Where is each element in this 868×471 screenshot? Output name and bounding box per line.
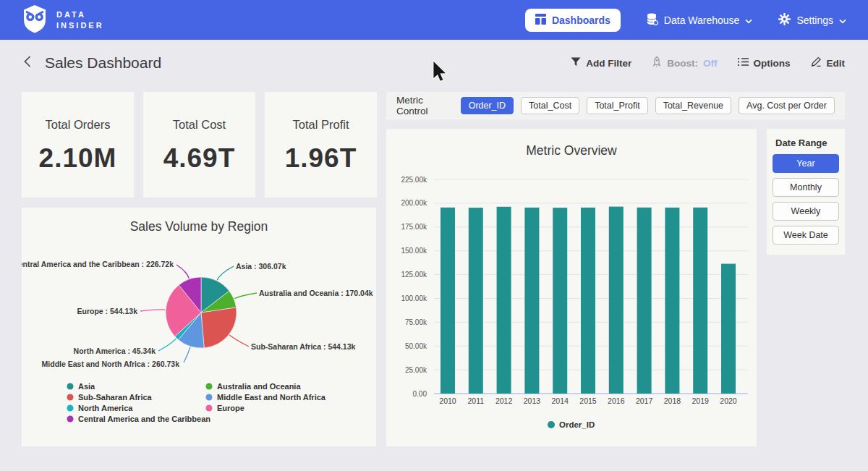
legend-swatch bbox=[67, 405, 74, 412]
legend-label: North America bbox=[78, 404, 133, 412]
bar[interactable] bbox=[693, 208, 707, 394]
metric-overview-panel: Metric Overview0.0025.00k50.00k75.00k100… bbox=[386, 129, 757, 446]
metric-button-total-revenue[interactable]: Total_Revenue bbox=[655, 97, 731, 114]
legend-swatch bbox=[206, 405, 213, 412]
brand: DATA INSIDER bbox=[22, 4, 104, 36]
kpi-card-total-profit: Total Profit 1.96T bbox=[265, 92, 377, 198]
metric-control-bar: Metric Control Order_ID Total_Cost Total… bbox=[386, 92, 845, 119]
boost-value: Off bbox=[703, 58, 718, 69]
legend-label: Central America and the Caribbean bbox=[78, 415, 210, 423]
bar[interactable] bbox=[609, 207, 624, 394]
y-tick-label: 200.00k bbox=[401, 199, 427, 207]
metric-button-total-profit[interactable]: Total_Profit bbox=[587, 97, 648, 114]
pie-chart-title: Sales Volume by Region bbox=[130, 219, 268, 234]
date-range-week-date-button[interactable]: Week Date bbox=[773, 226, 839, 245]
y-tick-label: 225.00k bbox=[401, 176, 427, 184]
x-tick-label: 2018 bbox=[664, 396, 681, 405]
legend-swatch bbox=[67, 394, 74, 401]
bar[interactable] bbox=[581, 208, 595, 394]
date-range-year-button[interactable]: Year bbox=[773, 154, 839, 173]
x-tick-label: 2015 bbox=[579, 396, 597, 405]
nav-dashboards-label: Dashboards bbox=[552, 14, 610, 26]
nav-data-warehouse-menu[interactable]: Data Warehouse bbox=[647, 13, 753, 27]
x-tick-label: 2020 bbox=[720, 396, 737, 405]
legend-label: Middle East and North Africa bbox=[217, 393, 326, 402]
y-tick-label: 150.00k bbox=[401, 247, 427, 255]
chevron-down-icon bbox=[839, 14, 846, 26]
pencil-icon bbox=[811, 56, 822, 69]
brand-line1: DATA bbox=[56, 9, 104, 20]
bar[interactable] bbox=[469, 208, 483, 394]
edit-label: Edit bbox=[827, 58, 846, 69]
y-tick-label: 100.00k bbox=[401, 294, 427, 302]
pie-slice-label: Sub-Saharan Africa : 544.13k bbox=[251, 342, 355, 351]
sales-volume-by-region-panel: Sales Volume by RegionAsia : 306.07kAust… bbox=[22, 208, 376, 446]
kpi-label: Total Profit bbox=[265, 118, 377, 132]
pie-slice[interactable] bbox=[201, 307, 237, 348]
options-label: Options bbox=[754, 58, 791, 69]
legend-label: Sub-Saharan Africa bbox=[78, 393, 153, 402]
rocket-icon bbox=[652, 56, 662, 69]
legend-label: Europe bbox=[217, 404, 244, 412]
pie-slice-label: Europe : 544.13k bbox=[77, 307, 138, 315]
options-button[interactable]: Options bbox=[738, 57, 791, 69]
x-tick-label: 2016 bbox=[608, 396, 625, 405]
date-range-weekly-button[interactable]: Weekly bbox=[773, 202, 839, 221]
pie-leader-line bbox=[184, 347, 190, 362]
kpi-card-total-orders: Total Orders 2.10M bbox=[22, 92, 134, 198]
kpi-value: 2.10M bbox=[22, 143, 134, 174]
filter-funnel-icon bbox=[571, 57, 581, 69]
pie-chart: Sales Volume by RegionAsia : 306.07kAust… bbox=[22, 208, 376, 446]
bar[interactable] bbox=[524, 208, 539, 394]
kpi-value: 1.96T bbox=[265, 143, 377, 174]
nav-settings-label: Settings bbox=[796, 14, 833, 26]
legend-swatch bbox=[548, 421, 555, 428]
pie-slice-label: Australia and Oceania : 170.04k bbox=[259, 289, 373, 297]
legend-swatch bbox=[67, 416, 74, 423]
edit-button[interactable]: Edit bbox=[811, 56, 846, 69]
bar[interactable] bbox=[637, 208, 652, 394]
pie-leader-line bbox=[217, 266, 234, 280]
owl-logo-icon bbox=[22, 4, 48, 36]
back-button[interactable] bbox=[23, 55, 32, 71]
pie-slice-label: Middle East and North Africa : 260.73k bbox=[42, 360, 180, 368]
y-tick-label: 75.00k bbox=[405, 318, 427, 326]
pie-leader-line bbox=[234, 293, 257, 299]
x-tick-label: 2012 bbox=[495, 396, 513, 405]
bar[interactable] bbox=[497, 207, 511, 394]
database-icon bbox=[647, 13, 658, 27]
metric-button-order-id[interactable]: Order_ID bbox=[461, 97, 514, 114]
add-filter-button[interactable]: Add Filter bbox=[571, 57, 631, 69]
bar-chart-title: Metric Overview bbox=[526, 143, 617, 158]
x-tick-label: 2010 bbox=[439, 396, 456, 405]
legend-swatch bbox=[206, 383, 213, 390]
nav-data-warehouse-label: Data Warehouse bbox=[664, 14, 740, 26]
top-nav-bar: DATA INSIDER Dashboards bbox=[0, 0, 868, 40]
bar[interactable] bbox=[721, 264, 736, 394]
y-tick-label: 125.00k bbox=[401, 271, 427, 279]
y-tick-label: 50.00k bbox=[405, 342, 427, 350]
brand-line2: INSIDER bbox=[56, 20, 104, 31]
add-filter-label: Add Filter bbox=[586, 58, 631, 69]
legend-label: Australia and Oceania bbox=[217, 382, 301, 391]
page-title: Sales Dashboard bbox=[45, 54, 161, 72]
bar[interactable] bbox=[553, 208, 567, 394]
pie-leader-line bbox=[140, 310, 165, 311]
nav-settings-menu[interactable]: Settings bbox=[778, 13, 846, 27]
metric-button-total-cost[interactable]: Total_Cost bbox=[521, 97, 579, 114]
date-range-monthly-button[interactable]: Monthly bbox=[773, 178, 839, 197]
dashboard-grid-icon bbox=[535, 14, 546, 27]
legend-label: Asia bbox=[78, 382, 95, 391]
kpi-label: Total Orders bbox=[22, 118, 134, 132]
legend-label: Order_ID bbox=[559, 420, 595, 429]
bar[interactable] bbox=[665, 208, 679, 394]
y-tick-label: 175.00k bbox=[401, 223, 427, 231]
legend-swatch bbox=[206, 394, 213, 401]
boost-toggle[interactable]: Boost: Off bbox=[652, 56, 717, 69]
x-tick-label: 2013 bbox=[524, 396, 541, 405]
bar[interactable] bbox=[441, 208, 455, 394]
nav-dashboards-button[interactable]: Dashboards bbox=[525, 9, 621, 32]
metric-button-avg-cost-per-order[interactable]: Avg. Cost per Order bbox=[739, 97, 835, 114]
legend-swatch bbox=[67, 383, 74, 390]
pie-leader-line bbox=[229, 335, 249, 347]
